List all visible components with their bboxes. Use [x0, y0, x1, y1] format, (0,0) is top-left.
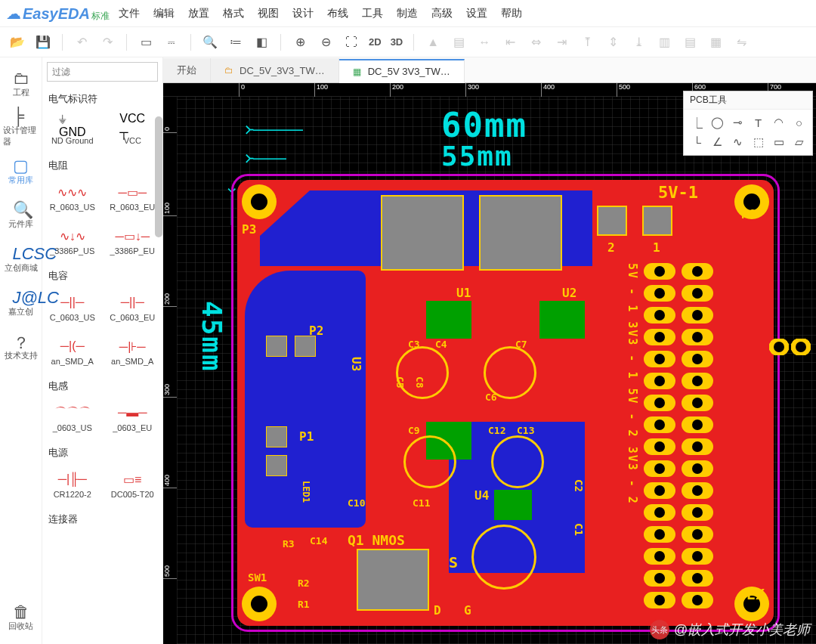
scrollbar-thumb[interactable] — [155, 116, 162, 237]
component-pot-us[interactable]: ∿↓∿_3386P_US — [42, 219, 103, 263]
align-c-button[interactable]: ⇔ — [524, 31, 547, 54]
tool-rect[interactable]: ▭ — [768, 132, 789, 152]
component-button[interactable]: ▭ — [134, 31, 157, 54]
zoom-out-button[interactable]: ⊖ — [314, 31, 337, 54]
tool-pad[interactable]: ◯ — [707, 113, 728, 132]
dist-h-button[interactable]: ▥ — [653, 31, 675, 54]
separator — [280, 34, 281, 51]
align-r-button[interactable]: ⇥ — [550, 31, 573, 54]
tool-region[interactable]: ⬚ — [748, 132, 768, 152]
align-m-button[interactable]: ⇕ — [601, 31, 624, 54]
menu-design[interactable]: 设计 — [292, 7, 314, 20]
menu-help[interactable]: 帮助 — [501, 7, 522, 20]
component-list[interactable]: 电气标识符 ⏚GNDND Ground VCC┬VCC 电阻 ∿∿∿R_0603… — [42, 86, 162, 644]
menu-place[interactable]: 放置 — [188, 7, 209, 20]
pad — [644, 263, 675, 280]
tool-track[interactable]: ⎿ — [687, 113, 707, 132]
tool-arc[interactable]: ◠ — [768, 113, 789, 132]
tool-via[interactable]: ⊸ — [728, 113, 748, 132]
category-netlabel: 电气标识符 — [42, 86, 162, 109]
erase-button[interactable]: ◧ — [250, 31, 273, 54]
filter-input[interactable] — [47, 62, 158, 82]
tab-project[interactable]: 🗀DC_5V_3V3_TW… — [211, 58, 339, 82]
separator — [126, 34, 127, 51]
side-project[interactable]: 🗀 工程 — [3, 62, 39, 104]
line-icon: └ — [693, 136, 701, 149]
pcb-canvas[interactable]: 60mm 55mm 45mm ᚛——— ᚛—— ᚛—— — [177, 97, 816, 644]
component-cr1220[interactable]: ─|╟─CR1220-2 — [42, 463, 103, 506]
redo-button[interactable]: ↷ — [96, 31, 119, 54]
undo-button[interactable]: ↶ — [70, 31, 93, 54]
category-inductor: 电感 — [42, 373, 162, 396]
menu-route[interactable]: 布线 — [327, 7, 348, 20]
drc-button[interactable]: ▲ — [422, 31, 444, 54]
ruler-tick: 0 — [163, 127, 177, 133]
component-pot-eu[interactable]: ─▭↓─_3386P_EU — [103, 219, 163, 263]
view-3d-button[interactable]: 3D — [388, 31, 406, 54]
jlc-icon: J@LC — [13, 288, 29, 305]
menu-view[interactable]: 视图 — [258, 7, 279, 20]
component-l-eu[interactable]: ─▬─_0603_EU — [103, 396, 163, 440]
align-b-button[interactable]: ⤓ — [627, 31, 650, 54]
view-2d-button[interactable]: 2D — [366, 31, 385, 54]
measure-button[interactable]: ↔ — [473, 31, 496, 54]
tool-text[interactable]: T — [748, 113, 768, 132]
silk-s: S — [449, 553, 458, 571]
menu-tools[interactable]: 工具 — [362, 7, 383, 20]
mounting-hole — [242, 587, 277, 621]
component-label: _3386P_US — [50, 246, 94, 255]
side-support[interactable]: ？ 技术支持 — [3, 325, 39, 367]
zoom-fit-button[interactable]: ⛶ — [340, 31, 363, 54]
component-gnd[interactable]: ⏚GNDND Ground — [42, 109, 103, 153]
menu-edit[interactable]: 编辑 — [153, 7, 175, 20]
tool-curve[interactable]: ∿ — [728, 132, 748, 152]
component-vcc[interactable]: VCC┬VCC — [103, 109, 163, 153]
component-c-us[interactable]: ─||─C_0603_US — [42, 286, 103, 330]
layer-button[interactable]: ▤ — [447, 31, 470, 54]
panel-title[interactable]: PCB工具 — [684, 91, 812, 110]
watermark-logo-icon: 头条 — [650, 620, 669, 639]
tab-pcb[interactable]: ▦DC_5V 3V3_TW… — [339, 59, 465, 83]
side-recycle[interactable]: 🗑 回收站 — [3, 596, 39, 638]
dist-v-button[interactable]: ▤ — [678, 31, 701, 54]
open-folder-button[interactable]: 📂 — [6, 31, 29, 54]
save-button[interactable]: 💾 — [32, 31, 54, 54]
tool-line[interactable]: └ — [687, 132, 707, 152]
wire-button[interactable]: ⎓ — [160, 31, 183, 54]
menu-format[interactable]: 格式 — [223, 7, 244, 20]
pcb-tool-panel[interactable]: PCB工具 ⎿ ◯ ⊸ T ◠ ○ └ ∠ ∿ ⬚ ▭ ▱ — [683, 91, 813, 156]
component-label: ND Ground — [51, 136, 94, 145]
align-l-button[interactable]: ⇤ — [499, 31, 521, 54]
side-common-lib[interactable]: ▢ 常用库 — [3, 150, 39, 192]
zoom-in-button[interactable]: ⊕ — [289, 31, 311, 54]
ruler-vertical: 0100200300400500 — [163, 97, 177, 644]
component-c-eu[interactable]: ─||─C_0603_EU — [103, 286, 163, 330]
component-dc005[interactable]: ▭≡DC005-T20 — [103, 463, 163, 506]
component-r-eu[interactable]: ─▭─R_0603_EU — [103, 175, 163, 219]
align-t-button[interactable]: ⤒ — [576, 31, 598, 54]
menu-advanced[interactable]: 高级 — [431, 7, 453, 20]
menu-settings[interactable]: 设置 — [466, 7, 487, 20]
menu-fab[interactable]: 制造 — [397, 7, 418, 20]
component-l-us[interactable]: ⌒⌒⌒_0603_US — [42, 396, 103, 440]
side-lcsc[interactable]: LCSC 立创商城 — [3, 237, 39, 280]
silk-sw1: SW1 — [248, 571, 267, 584]
side-jlc[interactable]: J@LC 嘉立创 — [3, 281, 39, 324]
filter-button[interactable]: ≔ — [224, 31, 247, 54]
image-icon: ▱ — [795, 135, 804, 149]
flip-button[interactable]: ⇋ — [730, 31, 753, 54]
dist-h-icon: ▥ — [659, 35, 670, 49]
tool-image[interactable]: ▱ — [789, 132, 809, 152]
side-component-lib[interactable]: 🔍 元件库 — [3, 194, 39, 236]
silk-c1: C1 — [573, 523, 585, 536]
search-button[interactable]: 🔍 — [199, 31, 221, 54]
component-r-us[interactable]: ∿∿∿R_0603_US — [42, 175, 103, 219]
grid-button[interactable]: ▦ — [704, 31, 727, 54]
component-c-pol-eu[interactable]: ─|⊦─an_SMD_A — [103, 330, 163, 373]
component-c-pol-us[interactable]: ─|(─an_SMD_A — [42, 330, 103, 373]
tool-angle[interactable]: ∠ — [707, 132, 728, 152]
tab-start[interactable]: 开始 — [163, 58, 211, 82]
menu-file[interactable]: 文件 — [119, 7, 140, 20]
side-design-manager[interactable]: ╞ 设计管理器 — [3, 106, 39, 148]
tool-circle[interactable]: ○ — [789, 113, 809, 132]
